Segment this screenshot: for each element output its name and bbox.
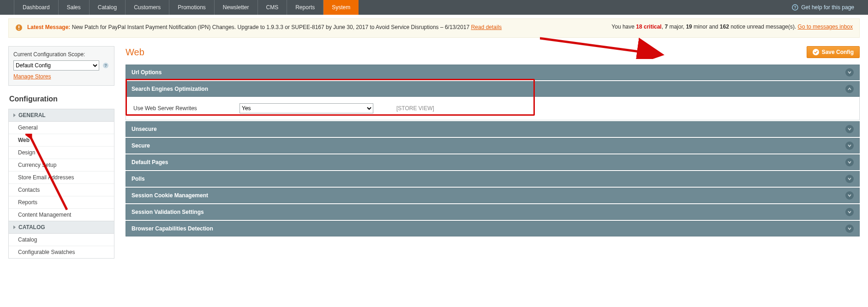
panel-header[interactable]: Polls [126, 171, 860, 187]
panel-header[interactable]: Url Options [126, 65, 860, 80]
menu-label: Catalog [98, 4, 117, 11]
notice-count: 162 [720, 24, 729, 30]
cfg-item-currency[interactable]: Currency Setup [9, 159, 114, 171]
chevron-down-icon [845, 68, 854, 77]
panel-header[interactable]: Secure [126, 138, 860, 154]
panel-unsecure: Unsecure [126, 121, 860, 137]
top-menu: Dashboard Sales Catalog Customers Promot… [14, 0, 359, 15]
menu-label: CMS [266, 4, 279, 11]
status-prefix: You have [611, 24, 636, 30]
alert-icon [15, 24, 23, 33]
save-config-button[interactable]: Save Config [807, 46, 860, 58]
top-nav: Dashboard Sales Catalog Customers Promot… [0, 0, 868, 15]
menu-catalog[interactable]: Catalog [90, 0, 126, 15]
cfg-item-swatches[interactable]: Configurable Swatches [9, 246, 114, 258]
panel-header[interactable]: Default Pages [126, 154, 860, 170]
cfg-item-contacts[interactable]: Contacts [9, 184, 114, 196]
scope-help-icon[interactable]: ? [102, 62, 109, 69]
svg-rect-3 [18, 26, 19, 29]
chevron-right-icon [13, 225, 16, 229]
notice-label: notice unread message(s). [729, 24, 798, 30]
cfg-item-store-email[interactable]: Store Email Addresses [9, 171, 114, 184]
scope-select[interactable]: Default Config [13, 60, 99, 71]
notice-status: You have 18 critical, 7 major, 19 minor … [611, 24, 853, 30]
panel-header[interactable]: Session Validation Settings [126, 204, 860, 220]
menu-label: Dashboard [23, 4, 50, 11]
notice-text: New Patch for PayPal Instant Payment Not… [70, 24, 471, 30]
menu-newsletter[interactable]: Newsletter [215, 0, 258, 15]
menu-label: Promotions [178, 4, 206, 11]
menu-customers[interactable]: Customers [126, 0, 169, 15]
chevron-down-icon [845, 142, 854, 150]
panel-session-cookie: Session Cookie Management [126, 188, 860, 203]
menu-sales[interactable]: Sales [59, 0, 90, 15]
svg-text:?: ? [104, 63, 107, 68]
panel-browser-caps: Browser Capabilities Detection [126, 221, 860, 236]
config-title: Configuration [9, 95, 114, 103]
notice-bar: Latest Message: New Patch for PayPal Ins… [8, 18, 860, 38]
chevron-down-icon [845, 224, 854, 233]
minor-label: minor and [692, 24, 720, 30]
chevron-down-icon [845, 125, 854, 133]
read-details-link[interactable]: Read details [471, 24, 502, 30]
menu-promotions[interactable]: Promotions [169, 0, 215, 15]
critical-label: critical [642, 24, 662, 30]
panel-url-options: Url Options [126, 65, 860, 80]
config-nav: GENERAL General Web Design Currency Setu… [8, 109, 114, 259]
panel-secure: Secure [126, 138, 860, 154]
panel-header[interactable]: Browser Capabilities Detection [126, 221, 860, 236]
cfg-item-catalog[interactable]: Catalog [9, 234, 114, 246]
menu-reports[interactable]: Reports [287, 0, 323, 15]
minor-count: 19 [686, 24, 692, 30]
help-label: Get help for this page [801, 4, 854, 11]
inbox-link[interactable]: Go to messages inbox [798, 24, 853, 30]
menu-label: Newsletter [223, 4, 249, 11]
cfg-item-reports[interactable]: Reports [9, 196, 114, 209]
sidebar: Current Configuration Scope: Default Con… [8, 46, 114, 259]
chevron-down-icon [845, 175, 854, 183]
critical-count: 18 [636, 24, 642, 30]
section-label: CATALOG [18, 224, 45, 230]
chevron-down-icon [845, 208, 854, 216]
major-label: major, [668, 24, 686, 30]
panel-body: Use Web Server Rewrites Yes [STORE VIEW] [126, 97, 860, 120]
rewrites-select[interactable]: Yes [239, 103, 373, 113]
svg-rect-4 [18, 29, 19, 30]
page-title: Web [126, 47, 144, 58]
cfg-item-design[interactable]: Design [9, 147, 114, 159]
menu-label: Sales [67, 4, 81, 11]
menu-dashboard[interactable]: Dashboard [14, 0, 59, 15]
chevron-down-icon [845, 191, 854, 200]
chevron-right-icon [13, 113, 16, 117]
menu-system[interactable]: System [323, 0, 359, 15]
help-link[interactable]: ? Get help for this page [792, 0, 854, 15]
panel-header[interactable]: Unsecure [126, 121, 860, 137]
menu-label: System [332, 4, 350, 11]
scope-box: Current Configuration Scope: Default Con… [8, 46, 114, 86]
section-general[interactable]: GENERAL [9, 109, 114, 122]
chevron-down-icon [845, 158, 854, 166]
panel-header[interactable]: Session Cookie Management [126, 188, 860, 203]
panel-header[interactable]: Search Engines Optimization [126, 81, 860, 97]
chevron-up-icon [845, 85, 854, 93]
section-catalog[interactable]: CATALOG [9, 221, 114, 234]
panel-session-validation: Session Validation Settings [126, 204, 860, 220]
field-label: Use Web Server Rewrites [133, 105, 230, 112]
field-scope: [STORE VIEW] [396, 105, 434, 112]
menu-cms[interactable]: CMS [258, 0, 287, 15]
cfg-item-general[interactable]: General [9, 122, 114, 134]
manage-stores-link[interactable]: Manage Stores [13, 73, 51, 80]
field-row-rewrites: Use Web Server Rewrites Yes [STORE VIEW] [133, 103, 852, 113]
check-icon [813, 49, 819, 55]
svg-text:?: ? [794, 5, 797, 10]
save-label: Save Config [822, 49, 854, 55]
help-icon: ? [792, 4, 798, 11]
latest-label: Latest Message: [27, 24, 70, 30]
panel-default-pages: Default Pages [126, 154, 860, 170]
panel-seo: Search Engines Optimization Use Web Serv… [126, 81, 860, 120]
notice-message: Latest Message: New Patch for PayPal Ins… [27, 24, 598, 31]
section-label: GENERAL [18, 112, 46, 118]
cfg-item-content-mgmt[interactable]: Content Management [9, 209, 114, 221]
cfg-item-web[interactable]: Web [9, 134, 114, 147]
menu-label: Customers [134, 4, 161, 11]
